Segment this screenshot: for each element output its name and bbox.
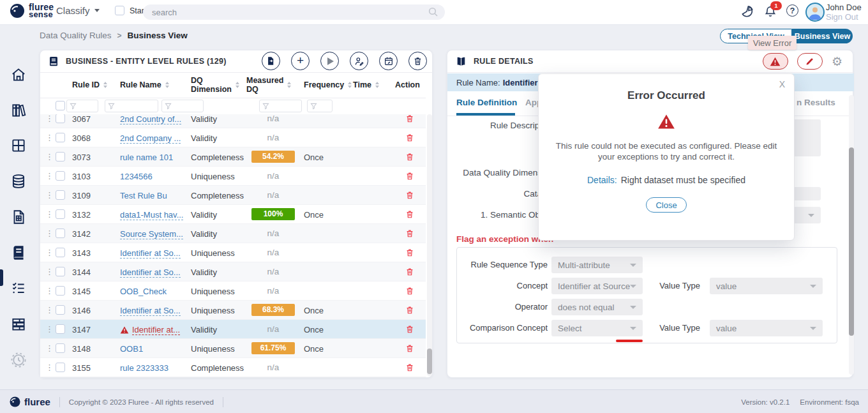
sort-icon[interactable] [236,82,239,88]
modal-close-button[interactable]: Close [646,197,687,213]
rule-name-link[interactable]: Identifier at... [120,325,180,335]
delete-rule-button[interactable] [405,229,414,238]
delete-rule-button[interactable] [405,133,414,142]
filter-input-frequency[interactable] [259,100,302,112]
rule-name-link[interactable]: 1234566 [120,172,153,181]
delete-rule-button[interactable] [405,305,414,315]
col-time[interactable]: Time [353,72,379,98]
user-avatar[interactable] [805,3,825,22]
col-frequency[interactable]: Frequency [304,72,352,98]
delete-rule-button[interactable] [405,363,414,372]
row-kebab-icon[interactable]: ⋮ [45,248,54,257]
delete-rule-button[interactable] [405,267,414,276]
details-scrollbar-thumb[interactable] [849,147,854,336]
filter-input-rule-id[interactable] [66,100,98,112]
view-error-button[interactable] [763,53,788,70]
row-checkbox[interactable] [56,305,65,315]
delete-rule-button[interactable] [405,248,414,257]
sidebar-item-home[interactable] [10,66,27,83]
sort-icon[interactable] [375,82,379,88]
search-input[interactable] [143,8,428,17]
sort-icon[interactable] [287,82,291,88]
delete-rule-button[interactable] [405,114,414,123]
add-rule-button[interactable]: + [291,52,310,70]
delete-rule-button[interactable] [405,190,414,200]
rule-name-link[interactable]: rule 2323333 [120,363,168,373]
row-kebab-icon[interactable]: ⋮ [45,171,54,181]
delete-rule-button[interactable] [405,171,414,181]
row-checkbox[interactable] [56,267,65,276]
breadcrumb-parent[interactable]: Data Quality Rules [40,31,112,40]
modal-close-x[interactable]: X [779,79,785,89]
row-kebab-icon[interactable]: ⋮ [45,286,54,296]
operator-select[interactable]: does not equal [551,299,643,315]
delete-rule-button[interactable] [405,286,414,296]
table-row[interactable]: ⋮ 3143 Identifier at So... Uniqueness n/… [40,243,426,262]
table-row[interactable]: ⋮ 3142 Source System... Validity n/a [40,224,426,243]
row-kebab-icon[interactable]: ⋮ [45,209,54,219]
table-scrollbar-track[interactable] [427,114,432,376]
value-type-select-1[interactable]: value [710,278,823,294]
row-checkbox[interactable] [56,229,65,238]
delete-rule-button[interactable] [405,152,414,161]
rule-name-link[interactable]: Identifier at So... [120,306,181,316]
table-row[interactable]: ⋮ 3109 Test Rule Bu Completeness n/a [40,186,426,205]
run-rules-button[interactable] [320,52,339,70]
row-checkbox[interactable] [56,248,65,257]
filter-input-time[interactable] [307,100,333,112]
row-kebab-icon[interactable]: ⋮ [45,229,54,238]
sort-icon[interactable] [103,82,107,88]
rule-name-link[interactable]: Source System... [120,229,183,239]
sidebar-item-database[interactable] [10,173,27,190]
col-measured-dq[interactable]: Measured DQ [246,72,287,98]
rule-name-link[interactable]: 2nd Country of... [120,114,181,124]
sort-icon[interactable] [165,82,169,88]
row-checkbox[interactable] [56,133,65,142]
edit-rule-button[interactable] [797,53,823,70]
table-row[interactable]: ⋮ 3067 2nd Country of... Validity n/a [40,114,426,128]
export-rules-button[interactable] [262,52,280,70]
table-row[interactable]: ⋮ 3103 1234566 Uniqueness n/a [40,167,426,186]
details-link[interactable]: Details: [587,175,617,185]
rule-sequence-type-select[interactable]: Multi-attribute [551,257,643,273]
rule-name-link[interactable]: rule name 101 [120,153,173,162]
sidebar-item-grid[interactable] [10,137,27,154]
row-kebab-icon[interactable]: ⋮ [45,324,54,334]
analytics-pie-icon[interactable] [740,4,754,19]
assign-user-button[interactable] [350,52,368,70]
row-kebab-icon[interactable]: ⋮ [45,114,54,123]
help-icon[interactable]: ? [786,4,800,19]
col-dq-dimension[interactable]: DQ Dimension [191,72,230,98]
row-kebab-icon[interactable]: ⋮ [45,343,54,353]
rule-name-link[interactable]: Test Rule Bu [120,191,167,200]
table-row[interactable]: ⋮ 3147 Identifier at... Validity n/a Onc… [40,320,426,339]
row-kebab-icon[interactable]: ⋮ [45,363,54,372]
table-row[interactable]: ⋮ 3148 OOB1 Uniqueness 61.75% Once [40,339,426,358]
table-row[interactable]: ⋮ 3132 data1-Must hav... Validity 100% O… [40,205,426,224]
filter-input-rule-name[interactable] [105,100,158,112]
schedule-rule-button[interactable] [379,52,398,70]
app-menu-classify[interactable]: Classify [56,5,100,16]
row-checkbox[interactable] [56,363,65,372]
delete-rule-button[interactable] [405,324,414,334]
sidebar-item-settings-history[interactable] [10,352,27,368]
row-checkbox[interactable] [56,190,65,200]
table-row[interactable]: ⋮ 3145 OOB_Check Uniqueness n/a [40,282,426,301]
table-row[interactable]: ⋮ 3144 Identifier at So... Validity n/a [40,262,426,282]
sidebar-item-report[interactable] [10,209,27,225]
table-row[interactable]: ⋮ 3155 rule 2323333 Completeness n/a [40,358,426,377]
row-checkbox[interactable] [56,114,65,123]
rule-name-link[interactable]: OOB_Check [120,287,167,296]
panel-settings-gear-icon[interactable]: ⚙ [832,56,842,68]
col-rule-name[interactable]: Rule Name [120,72,169,98]
row-checkbox[interactable] [56,286,65,296]
table-row[interactable]: ⋮ 3073 rule name 101 Completeness 54.2% … [40,147,426,167]
rule-name-link[interactable]: 2nd Company ... [120,133,181,144]
notifications-bell-icon[interactable]: 1 [763,4,777,19]
fluree-sense-logo[interactable]: flureesense [9,3,54,19]
row-checkbox[interactable] [56,209,65,219]
rule-name-link[interactable]: data1-Must hav... [120,210,183,220]
row-kebab-icon[interactable]: ⋮ [45,305,54,315]
row-kebab-icon[interactable]: ⋮ [45,267,54,276]
delete-rule-button[interactable] [405,209,414,219]
